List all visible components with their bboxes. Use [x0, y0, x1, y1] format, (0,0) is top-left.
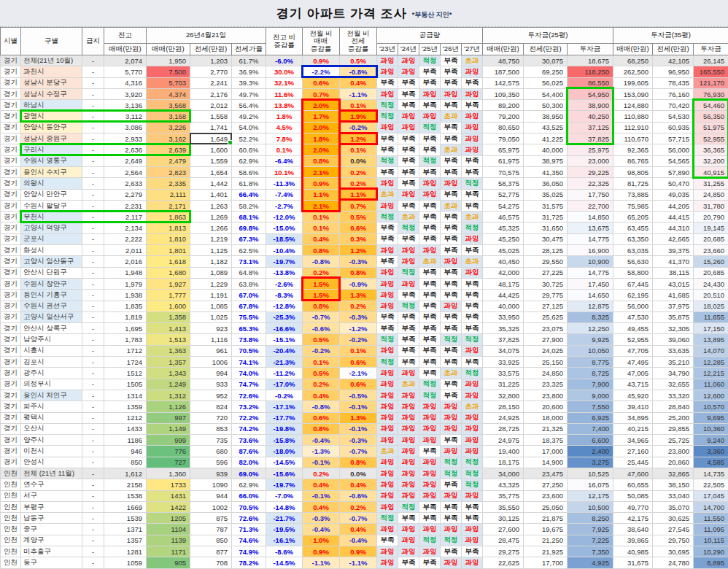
cell-inv35-rent[interactable]: 35,875 [653, 311, 694, 322]
cell-supply-year2[interactable]: 부족 [419, 357, 441, 368]
cell-sido[interactable]: 경기 [1, 222, 21, 233]
cell-prev-high[interactable]: 2,649 [104, 155, 147, 166]
cell-supply-year0[interactable]: 부족 [377, 144, 398, 155]
cell-supply-year4[interactable]: 과잉 [462, 412, 483, 423]
cell-supply-year2[interactable]: 과잉 [419, 88, 441, 99]
cell-rent-price[interactable]: 1,600 [190, 144, 232, 155]
cell-sido[interactable]: 인천 [1, 535, 21, 546]
cell-rent-price[interactable]: 1,442 [190, 178, 232, 189]
cell-inv35-sale[interactable]: 39,865 [613, 535, 653, 546]
cell-inv25-invest[interactable]: 8,775 [568, 357, 613, 368]
cell-inv25-rent[interactable]: 30,475 [524, 233, 568, 244]
cell-inv25-invest[interactable]: 3,275 [568, 457, 613, 468]
cell-mom-rent[interactable]: 0.2% [340, 178, 377, 189]
cell-rent-price[interactable]: 1,558 [190, 111, 232, 122]
cell-supply-year2[interactable]: 과잉 [419, 401, 441, 412]
cell-sale-price[interactable]: 1,363 [147, 345, 190, 356]
cell-rent-ratio[interactable]: 74.0% [232, 368, 266, 379]
cell-rent-ratio[interactable]: 82.0% [232, 457, 266, 468]
cell-rent-price[interactable]: 1,085 [190, 301, 232, 311]
cell-rent-price[interactable]: 1,191 [190, 290, 232, 301]
cell-rent-ratio[interactable]: 67.3% [232, 233, 266, 244]
cell-inv35-sale[interactable]: 40,985 [613, 546, 653, 557]
cell-supply-year1[interactable]: 적정 [398, 222, 419, 233]
cell-rent-price[interactable]: 2,241 [190, 77, 232, 88]
cell-inv25-sale[interactable]: 22,625 [483, 557, 524, 568]
cell-inv35-sale[interactable]: 34,895 [613, 412, 653, 423]
cell-rent-ratio[interactable]: 73.6% [232, 435, 266, 446]
col-header-prev[interactable]: 전고 [104, 28, 147, 44]
cell-inv35-rent[interactable]: 37,975 [653, 301, 694, 311]
cell-mom-sale[interactable]: 0.9% [303, 55, 340, 66]
cell-inv25-sale[interactable]: 44,425 [483, 290, 524, 301]
cell-inv35-invest[interactable]: 17,045 [694, 490, 728, 501]
cell-district[interactable]: 전체(21년 10월) [21, 55, 82, 66]
cell-mom-rent[interactable]: 0.8% [340, 457, 377, 468]
cell-supply-year2[interactable]: 적정 [419, 379, 441, 390]
cell-mom-rent[interactable]: -0.2% [340, 122, 377, 133]
cell-inv25-sale[interactable]: 32,800 [483, 390, 524, 400]
cell-sale-price[interactable]: 3,162 [147, 133, 190, 144]
cell-supply-year1[interactable]: 초과 [398, 379, 419, 390]
cell-sale-price[interactable]: 2,639 [147, 144, 190, 155]
cell-sale-price[interactable]: 1,600 [147, 301, 190, 311]
cell-mom-rent[interactable]: -0.3% [340, 256, 377, 267]
cell-inv35-rent[interactable]: 32,655 [653, 379, 694, 390]
cell-supply-year4[interactable]: 과잉 [462, 88, 483, 99]
cell-inv35-sale[interactable]: 67,445 [613, 278, 653, 289]
cell-inv35-rent[interactable]: 32,305 [653, 323, 694, 334]
cell-rent-ratio[interactable]: 73.1% [232, 256, 266, 267]
subheader-year-27[interactable]: '27년 [462, 44, 483, 55]
cell-inv35-rent[interactable]: 60,935 [653, 122, 694, 133]
cell-chg-from-high[interactable]: -8.3% [266, 290, 303, 301]
cell-prev-high[interactable]: 1212 [104, 412, 147, 423]
cell-rent-price[interactable]: 1,266 [190, 222, 232, 233]
cell-supply-year1[interactable]: 과잉 [398, 468, 419, 479]
cell-mom-sale[interactable]: 0.5% [303, 368, 340, 379]
cell-inv25-rent[interactable]: 25,150 [524, 357, 568, 368]
cell-supply-year1[interactable]: 과잉 [398, 401, 419, 412]
cell-inv35-sale[interactable]: 124,880 [613, 100, 653, 111]
col-header-chg[interactable]: 전고 비 증감률 [266, 28, 303, 55]
cell-inv25-rent[interactable]: 18,000 [524, 412, 568, 423]
cell-supply-year0[interactable]: 과잉 [377, 423, 398, 434]
cell-sido[interactable]: 인천 [1, 479, 21, 490]
cell-supply-year2[interactable]: 과잉 [419, 412, 441, 423]
cell-mom-rent[interactable]: 0.1% [340, 144, 377, 155]
cell-inv25-rent[interactable]: 21,250 [524, 535, 568, 546]
cell-supply-year2[interactable]: 부족 [419, 446, 441, 457]
cell-sido[interactable]: 경기 [1, 401, 21, 412]
cell-rent-ratio[interactable]: 70.5% [232, 501, 266, 512]
cell-sale-price[interactable]: 999 [147, 435, 190, 446]
cell-inv35-rent[interactable]: 41,370 [653, 256, 694, 267]
cell-chg-from-high[interactable]: -19.5% [266, 524, 303, 535]
cell-geumji[interactable]: - [82, 457, 104, 468]
cell-inv35-invest[interactable]: 26,145 [694, 55, 728, 66]
cell-prev-high[interactable]: 1512 [104, 368, 147, 379]
cell-inv35-sale[interactable]: 73,885 [613, 189, 653, 200]
cell-sido[interactable]: 인천 [1, 557, 21, 568]
cell-sido[interactable]: 경기 [1, 457, 21, 468]
cell-district[interactable]: 수원시 영통구 [21, 155, 82, 166]
cell-inv25-rent[interactable]: 29,550 [524, 256, 568, 267]
cell-inv35-rent[interactable]: 78,435 [653, 77, 694, 88]
cell-inv25-invest[interactable]: 6,600 [568, 435, 613, 446]
cell-inv25-sale[interactable]: 52,775 [483, 189, 524, 200]
cell-rent-price[interactable]: 1,182 [190, 256, 232, 267]
cell-chg-from-high[interactable]: -17.0% [266, 379, 303, 390]
cell-supply-year3[interactable]: 부족 [441, 55, 462, 66]
cell-sale-price[interactable]: 7,500 [147, 66, 190, 77]
cell-inv35-sale[interactable]: 49,455 [613, 323, 653, 334]
cell-chg-from-high[interactable]: -18.5% [266, 233, 303, 244]
cell-chg-from-high[interactable]: -7.4% [266, 189, 303, 200]
cell-supply-year2[interactable]: 부족 [419, 368, 441, 379]
cell-inv35-sale[interactable]: 52,955 [613, 334, 653, 345]
cell-supply-year3[interactable]: 부족 [441, 267, 462, 278]
cell-sale-price[interactable]: 1,810 [147, 233, 190, 244]
cell-district[interactable]: 성남시 수정구 [21, 88, 82, 99]
cell-supply-year2[interactable]: 과잉 [419, 546, 441, 557]
cell-supply-year3[interactable]: 부족 [441, 233, 462, 244]
cell-supply-year0[interactable]: 과잉 [377, 557, 398, 568]
cell-inv35-invest[interactable]: 36,365 [694, 144, 728, 155]
cell-sale-price[interactable]: 1,126 [147, 401, 190, 412]
